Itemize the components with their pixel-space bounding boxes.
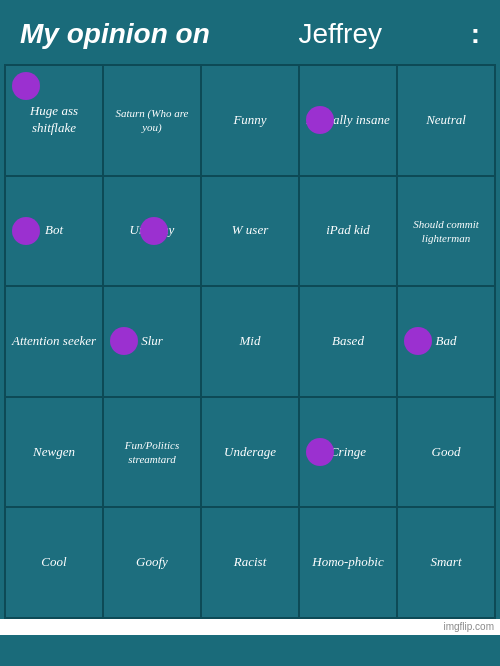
- cell-18: Cringe: [300, 398, 396, 507]
- cell-24: Smart: [398, 508, 494, 617]
- cell-7: W user: [202, 177, 298, 286]
- header: My opinion on Jeffrey :: [0, 0, 500, 64]
- cell-15: Newgen: [6, 398, 102, 507]
- cell-text-15: Newgen: [33, 444, 75, 461]
- cell-text-14: Bad: [436, 333, 457, 350]
- cell-text-23: Homo-phobic: [312, 554, 384, 571]
- cell-1: Saturn (Who are you): [104, 66, 200, 175]
- cell-text-18: Cringe: [330, 444, 366, 461]
- footer-text: imgflip.com: [443, 621, 494, 632]
- footer: imgflip.com: [0, 619, 500, 635]
- cell-5: Bot: [6, 177, 102, 286]
- cell-13: Based: [300, 287, 396, 396]
- cell-0: Huge ass shitflake: [6, 66, 102, 175]
- cell-17: Underage: [202, 398, 298, 507]
- cell-23: Homo-phobic: [300, 508, 396, 617]
- cell-text-9: Should commit lighterman: [402, 217, 490, 246]
- dot-11: [110, 327, 138, 355]
- bingo-grid: Huge ass shitflakeSaturn (Who are you)Fu…: [4, 64, 496, 619]
- cell-text-8: iPad kid: [326, 222, 370, 239]
- dot-0: [12, 72, 40, 100]
- cell-text-5: Bot: [45, 222, 63, 239]
- cell-text-17: Underage: [224, 444, 276, 461]
- cell-9: Should commit lighterman: [398, 177, 494, 286]
- cell-text-0: Huge ass shitflake: [10, 103, 98, 137]
- cell-text-21: Goofy: [136, 554, 168, 571]
- cell-10: Attention seeker: [6, 287, 102, 396]
- cell-21: Goofy: [104, 508, 200, 617]
- cell-text-24: Smart: [430, 554, 461, 571]
- dot-3: [306, 106, 334, 134]
- dot-14: [404, 327, 432, 355]
- cell-text-13: Based: [332, 333, 364, 350]
- cell-22: Racist: [202, 508, 298, 617]
- cell-text-7: W user: [232, 222, 268, 239]
- header-my-opinion: My opinion on: [20, 18, 210, 50]
- cell-3: Mentally insane: [300, 66, 396, 175]
- cell-20: Cool: [6, 508, 102, 617]
- dot-6: [140, 217, 168, 245]
- dot-18: [306, 438, 334, 466]
- header-name: Jeffrey: [218, 18, 463, 50]
- cell-14: Bad: [398, 287, 494, 396]
- cell-text-20: Cool: [41, 554, 66, 571]
- cell-2: Funny: [202, 66, 298, 175]
- cell-text-22: Racist: [234, 554, 267, 571]
- dot-5: [12, 217, 40, 245]
- cell-text-1: Saturn (Who are you): [108, 106, 196, 135]
- cell-8: iPad kid: [300, 177, 396, 286]
- cell-text-19: Good: [432, 444, 461, 461]
- cell-text-2: Funny: [233, 112, 266, 129]
- cell-text-4: Neutral: [426, 112, 466, 129]
- cell-16: Fun/Politics streamtard: [104, 398, 200, 507]
- cell-6: Unfunny: [104, 177, 200, 286]
- cell-text-10: Attention seeker: [12, 333, 96, 350]
- cell-text-11: Slur: [141, 333, 163, 350]
- cell-4: Neutral: [398, 66, 494, 175]
- cell-text-12: Mid: [240, 333, 261, 350]
- cell-12: Mid: [202, 287, 298, 396]
- cell-text-16: Fun/Politics streamtard: [108, 438, 196, 467]
- cell-19: Good: [398, 398, 494, 507]
- cell-11: Slur: [104, 287, 200, 396]
- header-colon: :: [471, 18, 480, 50]
